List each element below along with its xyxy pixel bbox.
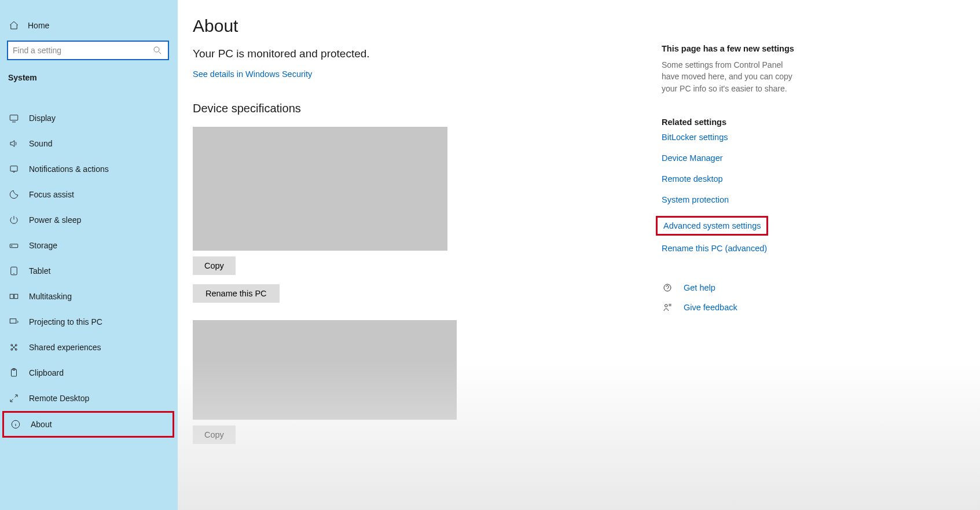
search-input[interactable] [13, 46, 152, 55]
get-help-link[interactable]: Get help [684, 283, 715, 292]
home-icon [8, 20, 20, 31]
sidebar-item-label: Storage [29, 241, 57, 250]
link-device-manager[interactable]: Device Manager [662, 153, 829, 163]
sidebar-item-notifications[interactable]: Notifications & actions [0, 156, 178, 182]
rename-pc-button[interactable]: Rename this PC [193, 284, 280, 303]
search-box[interactable] [7, 41, 169, 60]
sidebar-item-label: Sound [29, 139, 52, 148]
svg-rect-7 [14, 294, 18, 299]
main: About Your PC is monitored and protected… [178, 0, 980, 510]
multitasking-icon [8, 291, 20, 302]
focus-assist-icon [8, 189, 20, 200]
sidebar-item-remote-desktop[interactable]: Remote Desktop [0, 386, 178, 411]
power-icon [8, 214, 20, 226]
svg-rect-2 [10, 166, 17, 171]
svg-rect-8 [10, 319, 16, 324]
link-bitlocker[interactable]: BitLocker settings [662, 133, 829, 142]
nav-list: Display Sound Notifications & actions Fo… [0, 88, 178, 438]
svg-rect-6 [10, 294, 13, 299]
feedback-icon [662, 302, 673, 313]
info-icon [10, 419, 21, 430]
help-icon [662, 282, 673, 293]
give-feedback-link[interactable]: Give feedback [684, 303, 737, 312]
search-wrap [0, 35, 178, 65]
sidebar-item-label: Remote Desktop [29, 394, 89, 403]
svg-point-17 [665, 304, 668, 307]
sidebar-item-label: Display [29, 113, 56, 123]
sound-icon [8, 138, 20, 149]
link-remote-desktop[interactable]: Remote desktop [662, 174, 829, 184]
link-rename-pc-advanced[interactable]: Rename this PC (advanced) [662, 244, 829, 253]
sidebar-item-clipboard[interactable]: Clipboard [0, 360, 178, 386]
rail-new-text: Some settings from Control Panel have mo… [662, 59, 795, 94]
rail-new-heading: This page has a few new settings [662, 44, 829, 53]
sidebar-item-label: Multitasking [29, 292, 72, 301]
remote-desktop-icon [8, 392, 20, 404]
sidebar-item-storage[interactable]: Storage [0, 233, 178, 258]
sidebar-item-power-sleep[interactable]: Power & sleep [0, 207, 178, 233]
search-icon [152, 45, 163, 56]
svg-rect-1 [10, 115, 18, 120]
get-help-row[interactable]: Get help [662, 282, 829, 293]
give-feedback-row[interactable]: Give feedback [662, 302, 829, 313]
sidebar-item-label: Shared experiences [29, 343, 101, 352]
device-spec-heading: Device specifications [193, 102, 656, 115]
right-rail: This page has a few new settings Some se… [656, 16, 829, 510]
sidebar-item-shared-experiences[interactable]: Shared experiences [0, 335, 178, 360]
page-title: About [193, 16, 656, 36]
sidebar-home-label: Home [28, 21, 49, 30]
svg-point-16 [664, 284, 671, 291]
tablet-icon [8, 265, 20, 277]
sidebar-item-label: Notifications & actions [29, 164, 109, 174]
content: About Your PC is monitored and protected… [193, 16, 656, 510]
sidebar-item-label: Tablet [29, 266, 50, 276]
device-spec-block [193, 127, 447, 251]
sidebar-section-title: System [0, 65, 178, 88]
sidebar-item-focus-assist[interactable]: Focus assist [0, 182, 178, 207]
clipboard-icon [8, 367, 20, 379]
sidebar-item-label: Power & sleep [29, 215, 81, 225]
svg-point-4 [12, 245, 13, 247]
shared-icon [8, 342, 20, 353]
display-icon [8, 112, 20, 124]
projecting-icon [8, 316, 20, 328]
windows-spec-block [193, 320, 457, 420]
svg-point-0 [154, 47, 159, 52]
sidebar-item-multitasking[interactable]: Multitasking [0, 284, 178, 309]
link-advanced-system-settings[interactable]: Advanced system settings [656, 216, 768, 236]
storage-icon [8, 240, 20, 251]
copy-button-1[interactable]: Copy [193, 256, 236, 275]
sidebar-item-label: Focus assist [29, 190, 74, 199]
sidebar-item-label: Clipboard [29, 368, 64, 377]
notifications-icon [8, 163, 20, 175]
protection-status: Your PC is monitored and protected. [193, 47, 656, 60]
sidebar: Home System Display Sound Notifications … [0, 0, 178, 510]
copy-button-2[interactable]: Copy [193, 425, 236, 444]
sidebar-item-sound[interactable]: Sound [0, 131, 178, 156]
sidebar-home[interactable]: Home [0, 16, 178, 35]
rail-related-heading: Related settings [662, 118, 829, 127]
sidebar-item-label: About [31, 420, 52, 429]
security-details-link[interactable]: See details in Windows Security [193, 69, 312, 79]
sidebar-item-display[interactable]: Display [0, 105, 178, 131]
sidebar-item-projecting[interactable]: Projecting to this PC [0, 309, 178, 335]
link-system-protection[interactable]: System protection [662, 195, 829, 204]
sidebar-item-tablet[interactable]: Tablet [0, 258, 178, 284]
sidebar-item-label: Projecting to this PC [29, 317, 102, 326]
sidebar-item-about[interactable]: About [2, 411, 174, 438]
